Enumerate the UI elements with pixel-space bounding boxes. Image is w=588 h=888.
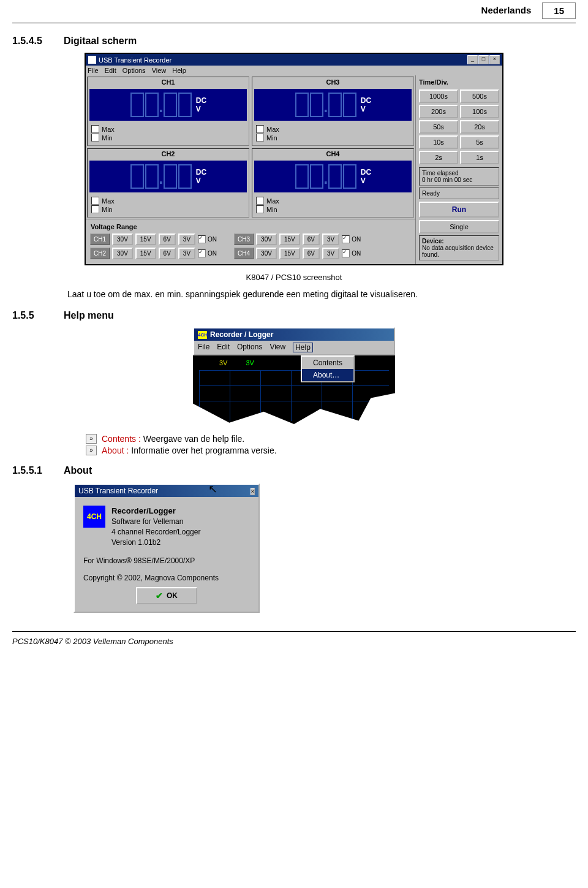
side-panel: Time/Div. 1000s 500s 200s 100s 50s 20s 1… <box>415 75 502 264</box>
timediv-10s[interactable]: 10s <box>419 135 458 149</box>
run-button[interactable]: Run <box>419 202 499 218</box>
bullet-list: » Contents : Weergave van de help file. … <box>86 434 576 455</box>
vr-ch2-on-checkbox[interactable] <box>198 249 206 257</box>
window-title: USB Transient Recorder <box>99 56 172 64</box>
vr-ch2-6v[interactable]: 6V <box>159 248 176 259</box>
status-ready: Ready <box>419 188 499 199</box>
screenshot-caption: K8047 / PCS10 screenshot <box>12 273 576 282</box>
cursor-icon: ↖ <box>208 482 217 496</box>
vr-ch2-15v[interactable]: 15V <box>135 248 156 259</box>
ch2-max-checkbox[interactable] <box>91 197 99 205</box>
vr-ch1-on-checkbox[interactable] <box>198 235 206 243</box>
vr-ch1-6v[interactable]: 6V <box>159 233 176 245</box>
menu2-view[interactable]: View <box>270 343 285 352</box>
ch2-min-checkbox[interactable] <box>91 205 99 213</box>
vr-ch3-on-checkbox[interactable] <box>342 235 350 243</box>
app-icon-4ch: 4CH <box>198 331 207 339</box>
device-box: Device: No data acquisition device found… <box>419 235 499 260</box>
timediv-1000s[interactable]: 1000s <box>419 89 458 103</box>
vr-ch4-3v[interactable]: 3V <box>322 248 339 259</box>
minimize-icon[interactable]: _ <box>467 55 478 64</box>
menu-view[interactable]: View <box>152 67 167 74</box>
titlebar: USB Transient Recorder _ □ × <box>86 54 502 66</box>
timediv-50s[interactable]: 50s <box>419 120 458 134</box>
ch1-min-checkbox[interactable] <box>91 134 99 142</box>
dropdown-about[interactable]: About… <box>302 369 353 381</box>
ch3-max-checkbox[interactable] <box>256 125 264 133</box>
vr-ch1-30v[interactable]: 30V <box>112 233 133 245</box>
vr-ch4-15v[interactable]: 15V <box>279 248 300 259</box>
about-dialog: USB Transient Recorder ↖ × 4CH Recorder/… <box>74 484 260 613</box>
section-description: Laat u toe om de max. en min. spanningsp… <box>67 289 576 299</box>
close-icon[interactable]: × <box>489 55 500 64</box>
app-icon <box>88 56 96 64</box>
menu2-edit[interactable]: Edit <box>217 343 230 352</box>
vr-ch4-6v[interactable]: 6V <box>303 248 320 259</box>
ok-button[interactable]: ✔ OK <box>136 587 197 604</box>
page-number: 15 <box>542 2 576 19</box>
dropdown-contents[interactable]: Contents <box>302 357 353 369</box>
timediv-100s[interactable]: 100s <box>460 105 499 118</box>
vr-ch3-15v[interactable]: 15V <box>279 233 300 245</box>
ch1-display: . DCV <box>89 89 247 121</box>
ch4-display: . DCV <box>254 161 412 192</box>
vr-ch3-30v[interactable]: 30V <box>256 233 277 245</box>
bullet-icon: » <box>86 434 97 444</box>
ch2-panel: CH2 . DCV Max Min <box>87 148 249 218</box>
menu-edit[interactable]: Edit <box>105 67 116 74</box>
app-recorder-logger: 4CH Recorder / Logger File Edit Options … <box>193 327 395 424</box>
timediv-200s[interactable]: 200s <box>419 105 458 118</box>
maximize-icon[interactable]: □ <box>478 55 489 64</box>
vr-ch4-on-checkbox[interactable] <box>342 249 350 257</box>
vr-ch3-6v[interactable]: 6V <box>303 233 320 245</box>
titlebar-2: 4CH Recorder / Logger <box>194 328 394 341</box>
ch4-min-checkbox[interactable] <box>256 205 264 213</box>
timediv-20s[interactable]: 20s <box>460 120 499 134</box>
menu2-options[interactable]: Options <box>237 343 262 352</box>
page-footer: PCS10/K8047 © 2003 Velleman Components <box>12 631 576 651</box>
check-icon: ✔ <box>156 591 163 601</box>
ch1-max-checkbox[interactable] <box>91 125 99 133</box>
time-elapsed-box: Time elapsed 0 hr 00 min 00 sec <box>419 167 499 186</box>
timediv-500s[interactable]: 500s <box>460 89 499 103</box>
menu-help[interactable]: Help <box>172 67 186 74</box>
menu2-help[interactable]: Help <box>293 343 313 352</box>
ch3-panel: CH3 . DCV Max Min <box>252 77 414 146</box>
app-transient-recorder: USB Transient Recorder _ □ × File Edit O… <box>85 53 503 265</box>
ch3-min-checkbox[interactable] <box>256 134 264 142</box>
ch2-display: . DCV <box>89 161 247 192</box>
ch3-display: . DCV <box>254 89 412 121</box>
about-titlebar: USB Transient Recorder ↖ × <box>75 485 258 497</box>
vr-ch3-label: CH3 <box>234 233 254 245</box>
menubar: File Edit Options View Help <box>86 66 502 75</box>
window-title-2: Recorder / Logger <box>210 330 273 339</box>
timediv-5s[interactable]: 5s <box>460 135 499 149</box>
about-4ch-icon: 4CH <box>83 506 105 528</box>
plot-area: 3V 3V <box>193 355 395 424</box>
section-155: 1.5.5 Help menu <box>12 310 576 321</box>
menu-file[interactable]: File <box>88 67 99 74</box>
vr-ch2-30v[interactable]: 30V <box>112 248 133 259</box>
timediv-2s[interactable]: 2s <box>419 151 458 164</box>
ch4-max-checkbox[interactable] <box>256 197 264 205</box>
vr-ch1-15v[interactable]: 15V <box>135 233 156 245</box>
vr-ch3-3v[interactable]: 3V <box>322 233 339 245</box>
menu2-file[interactable]: File <box>198 343 209 352</box>
about-text: Recorder/Logger Software for Velleman 4 … <box>111 506 200 548</box>
timediv-1s[interactable]: 1s <box>460 151 499 164</box>
single-button[interactable]: Single <box>419 220 499 233</box>
page-header: Nederlands 15 <box>12 0 576 23</box>
ch4-panel: CH4 . DCV Max Min <box>252 148 414 218</box>
vr-ch4-30v[interactable]: 30V <box>256 248 277 259</box>
help-dropdown: Contents About… <box>301 355 355 382</box>
vr-ch1-3v[interactable]: 3V <box>178 233 195 245</box>
about-close-icon[interactable]: × <box>251 488 255 495</box>
vr-ch2-label: CH2 <box>90 248 110 259</box>
lang-label: Nederlands <box>481 5 543 19</box>
section-1551: 1.5.5.1 About <box>12 465 576 476</box>
vr-ch2-3v[interactable]: 3V <box>178 248 195 259</box>
bullet-icon: » <box>86 446 97 455</box>
menu-options[interactable]: Options <box>123 67 146 74</box>
about-title: USB Transient Recorder <box>78 487 158 495</box>
menubar-2: File Edit Options View Help <box>194 341 394 354</box>
